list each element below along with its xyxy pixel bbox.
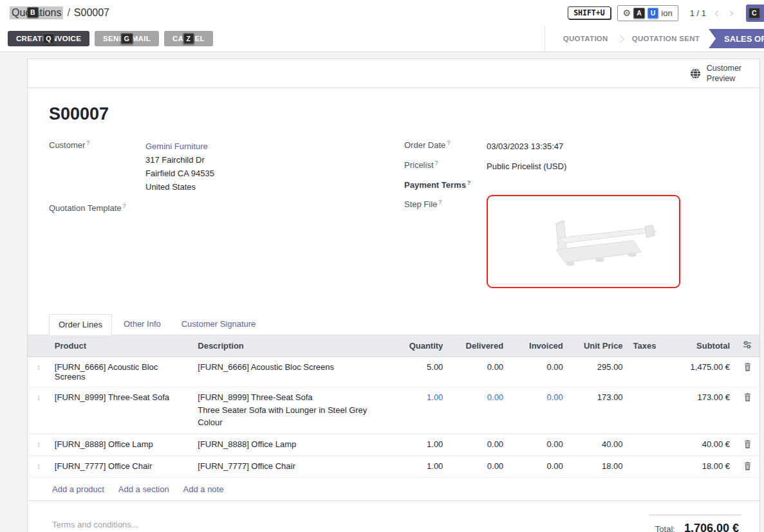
cell-invoiced[interactable]: 0.00 — [508, 387, 568, 434]
send-email-button[interactable]: SEND EMAIL G — [95, 31, 159, 46]
delete-row-button[interactable] — [735, 387, 759, 434]
cell-taxes[interactable] — [628, 357, 662, 387]
cell-quantity[interactable]: 1.00 — [389, 434, 449, 456]
add-product-link[interactable]: Add a product — [52, 484, 104, 494]
customer-preview-line1: Customer — [707, 63, 741, 73]
order-line-row[interactable]: ↕ [FURN_8888] Office Lamp [FURN_8888] Of… — [28, 434, 759, 456]
pricelist-value[interactable]: Public Pricelist (USD) — [487, 160, 741, 173]
statusbar-buttons-row: CREATE INVOICE Q SEND EMAIL G CANCEL Z Q… — [0, 26, 764, 52]
cell-invoiced[interactable]: 0.00 — [508, 456, 568, 478]
cell-description[interactable]: [FURN_7777] Office Chair — [192, 456, 389, 478]
customer-name-link[interactable]: Gemini Furniture — [145, 140, 404, 153]
breadcrumb-quotations-link[interactable]: Quotations B — [10, 6, 63, 19]
customer-preview-link[interactable]: Customer Preview — [690, 63, 741, 84]
cell-invoiced[interactable]: 0.00 — [508, 434, 568, 456]
description-line: [FURN_7777] Office Chair — [198, 461, 384, 471]
delete-row-button[interactable] — [735, 434, 759, 456]
order-line-row[interactable]: ↕ [FURN_8999] Three-Seat Sofa [FURN_8999… — [28, 387, 759, 434]
kbd-hint-action-a: A — [633, 8, 645, 19]
delete-row-button[interactable] — [735, 357, 759, 387]
cell-product[interactable]: [FURN_7777] Office Chair — [50, 456, 192, 478]
order-line-row[interactable]: ↕ [FURN_7777] Office Chair [FURN_7777] O… — [28, 456, 759, 478]
customer-city: Fairfield CA 94535 — [145, 167, 404, 180]
order-lines-table: Product Description Quantity Delivered I… — [28, 335, 759, 501]
cell-unit-price[interactable]: 40.00 — [568, 434, 628, 456]
terms-and-conditions-input[interactable]: Terms and conditions... — [52, 515, 138, 529]
help-icon: ? — [435, 160, 438, 166]
order-line-row[interactable]: ↕ [FURN_6666] Acoustic Bloc Screens [FUR… — [28, 357, 759, 387]
create-invoice-button[interactable]: CREATE INVOICE Q — [8, 31, 89, 46]
status-step-quotation-sent[interactable]: QUOTATION SENT — [623, 35, 709, 42]
pager: 1 / 1 — [690, 8, 706, 18]
header-subtotal: Subtotal — [662, 335, 736, 357]
cell-product[interactable]: [FURN_8888] Office Lamp — [50, 434, 192, 456]
cell-description[interactable]: [FURN_8999] Three-Seat Sofa Three Seater… — [192, 387, 389, 434]
kbd-hint-send-email: G — [121, 33, 133, 44]
add-note-link[interactable]: Add a note — [183, 484, 224, 494]
drag-handle-icon[interactable]: ↕ — [28, 387, 50, 434]
kbd-hint-cancel: Z — [183, 33, 194, 44]
cell-invoiced[interactable]: 0.00 — [508, 357, 568, 387]
cancel-button[interactable]: CANCEL Z — [164, 31, 213, 46]
cell-quantity[interactable]: 1.00 — [389, 387, 449, 434]
tab-customer-signature[interactable]: Customer Signature — [172, 314, 265, 335]
notebook-tabs: Order Lines Other Info Customer Signatur… — [28, 314, 759, 335]
pager-next-icon[interactable]: › — [727, 5, 736, 19]
customer-street: 317 Fairchild Dr — [145, 153, 404, 167]
cell-description[interactable]: [FURN_6666] Acoustic Bloc Screens — [192, 357, 389, 387]
trash-icon — [744, 462, 751, 470]
customer-label-text: Customer — [49, 140, 85, 150]
drag-handle-icon[interactable]: ↕ — [28, 434, 50, 456]
tab-other-info[interactable]: Other Info — [115, 314, 170, 335]
add-section-link[interactable]: Add a section — [118, 484, 169, 494]
status-step-quotation[interactable]: QUOTATION — [554, 35, 617, 42]
cell-unit-price[interactable]: 18.00 — [568, 456, 628, 478]
quotation-template-label-text: Quotation Template — [49, 203, 122, 213]
cell-quantity[interactable]: 5.00 — [389, 357, 449, 387]
kbd-hint-action-u: U — [648, 8, 659, 19]
payment-terms-label-text: Payment Terms — [404, 180, 466, 190]
globe-icon — [690, 68, 701, 79]
fields-right-column: Order Date? 03/03/2023 13:35:47 Pricelis… — [404, 140, 741, 295]
quotation-template-value[interactable] — [145, 203, 404, 213]
cell-taxes[interactable] — [628, 456, 662, 478]
action-menu-visible-text: ion — [661, 8, 672, 18]
total-value: 1,706.00 € — [684, 522, 739, 532]
pager-previous-icon[interactable]: ‹ — [713, 5, 721, 19]
gear-icon: ⚙ — [623, 8, 631, 17]
tab-order-lines[interactable]: Order Lines — [49, 314, 112, 335]
cell-taxes[interactable] — [628, 434, 662, 456]
header-product: Product — [50, 335, 192, 357]
action-menu-button[interactable]: ⚙ A U ion — [617, 5, 678, 21]
drag-handle-icon[interactable]: ↕ — [28, 456, 50, 478]
field-grid: Customer? Gemini Furniture 317 Fairchild… — [28, 140, 759, 295]
step-file-image[interactable] — [487, 195, 680, 288]
optional-columns-button[interactable] — [735, 335, 759, 357]
cell-product[interactable]: [FURN_6666] Acoustic Bloc Screens — [50, 357, 192, 387]
delete-row-button[interactable] — [735, 456, 759, 478]
pricelist-label: Pricelist? — [404, 160, 487, 173]
cell-unit-price[interactable]: 295.00 — [568, 357, 628, 387]
cell-unit-price[interactable]: 173.00 — [568, 387, 628, 434]
new-button[interactable]: C — [746, 5, 764, 22]
help-icon: ? — [438, 199, 442, 205]
table-footer-links-row: Add a product Add a section Add a note — [28, 478, 759, 501]
drag-handle-icon[interactable]: ↕ — [28, 357, 50, 387]
total-label: Total: — [655, 524, 675, 532]
status-step-sales-order[interactable]: SALES ORDER — [709, 29, 764, 48]
cell-taxes[interactable] — [628, 387, 662, 434]
header-description: Description — [192, 335, 389, 357]
form-view-content: Customer Preview S00007 Customer? Gemini… — [0, 52, 764, 532]
cell-description[interactable]: [FURN_8888] Office Lamp — [192, 434, 389, 456]
cell-delivered[interactable]: 0.00 — [448, 387, 508, 434]
header-invoiced: Invoiced — [508, 335, 568, 357]
customer-country: United States — [145, 180, 404, 194]
cell-delivered[interactable]: 0.00 — [448, 357, 508, 387]
cell-delivered[interactable]: 0.00 — [448, 456, 508, 478]
cell-delivered[interactable]: 0.00 — [448, 434, 508, 456]
order-date-value[interactable]: 03/03/2023 13:35:47 — [487, 140, 741, 153]
payment-terms-value[interactable] — [487, 179, 741, 190]
cell-subtotal: 40.00 € — [662, 434, 736, 456]
cell-product[interactable]: [FURN_8999] Three-Seat Sofa — [50, 387, 192, 434]
cell-quantity[interactable]: 1.00 — [389, 456, 449, 478]
